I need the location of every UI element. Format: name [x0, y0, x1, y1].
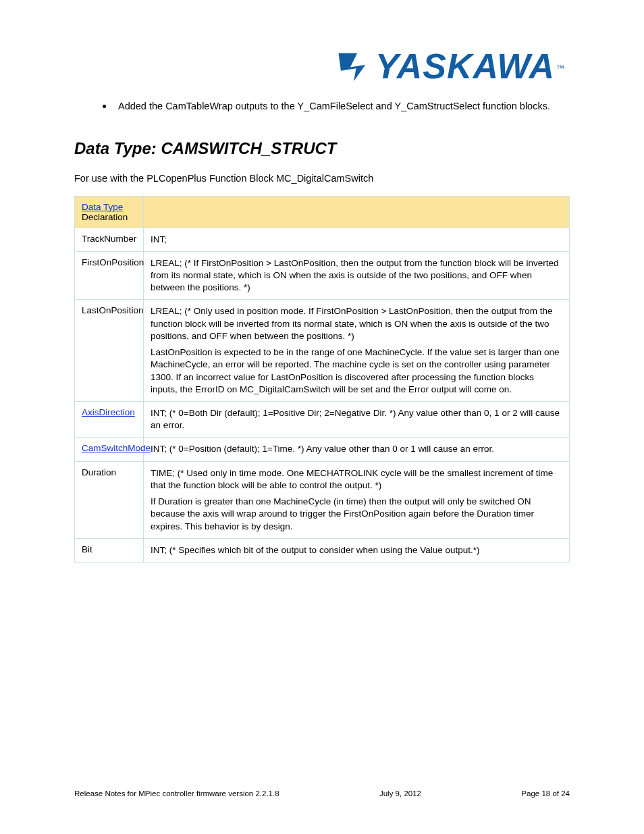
intro-line: For use with the PLCopenPlus Function Bl…	[74, 173, 570, 184]
param-desc-cell: LREAL; (* Only used in position mode. If…	[144, 300, 570, 402]
param-desc-paragraph: INT;	[151, 234, 562, 246]
param-name-text: Bit	[82, 544, 92, 554]
param-desc-cell: INT;	[144, 228, 570, 251]
param-desc-paragraph: INT; (* Specifies which bit of the outpu…	[151, 544, 562, 556]
header-suffix: Declaration	[82, 212, 128, 222]
bullet-icon	[103, 105, 106, 108]
param-desc-paragraph: INT; (* 0=Position (default); 1=Time. *)…	[151, 443, 562, 455]
param-name-cell: LastOnPosition	[75, 300, 144, 402]
header-col-1: Data Type Declaration	[75, 196, 144, 228]
param-name-cell: TrackNumber	[75, 228, 144, 251]
param-name-link[interactable]: AxisDirection	[82, 407, 135, 417]
header-col-2	[144, 196, 570, 228]
brand-logo: YASKAWA ™	[336, 46, 564, 86]
header-link[interactable]: Data Type	[82, 202, 123, 212]
section-heading: Data Type: CAMSWITCH_STRUCT	[74, 139, 570, 158]
table-row: DurationTIME; (* Used only in time mode.…	[75, 461, 570, 538]
param-name-text: LastOnPosition	[82, 305, 144, 315]
param-desc-paragraph: INT; (* 0=Both Dir (default); 1=Positive…	[151, 407, 562, 432]
page-footer: Release Notes for MPiec controller firmw…	[74, 789, 570, 798]
param-desc-cell: TIME; (* Used only in time mode. One MEC…	[144, 461, 570, 538]
param-desc-cell: INT; (* Specifies which bit of the outpu…	[144, 538, 570, 562]
param-desc-cell: INT; (* 0=Both Dir (default); 1=Positive…	[144, 401, 570, 437]
param-name-text: TrackNumber	[82, 234, 136, 244]
table-row: FirstOnPositionLREAL; (* If FirstOnPosit…	[75, 251, 570, 300]
changelog-bullet-item: Added the CamTableWrap outputs to the Y_…	[103, 100, 570, 113]
page: YASKAWA ™ Added the CamTableWrap outputs…	[0, 0, 644, 834]
param-name-cell: CamSwitchMode	[75, 438, 144, 461]
footer-right: Page 18 of 24	[521, 789, 570, 798]
param-name-text: FirstOnPosition	[82, 257, 144, 267]
param-desc-paragraph: LREAL; (* If FirstOnPosition > LastOnPos…	[151, 257, 562, 294]
bullet-text: Added the CamTableWrap outputs to the Y_…	[118, 100, 550, 113]
param-desc-cell: LREAL; (* If FirstOnPosition > LastOnPos…	[144, 251, 570, 300]
table-row: LastOnPositionLREAL; (* Only used in pos…	[75, 300, 570, 402]
table-row: BitINT; (* Specifies which bit of the ou…	[75, 538, 570, 562]
trademark-symbol: ™	[556, 63, 564, 73]
param-name-cell: Duration	[75, 461, 144, 538]
table-row: CamSwitchModeINT; (* 0=Position (default…	[75, 438, 570, 461]
table-row: AxisDirection INT; (* 0=Both Dir (defaul…	[75, 401, 570, 437]
footer-left: Release Notes for MPiec controller firmw…	[74, 789, 279, 798]
param-desc-paragraph: TIME; (* Used only in time mode. One MEC…	[151, 467, 562, 492]
param-desc-paragraph: If Duration is greater than one MachineC…	[151, 496, 562, 533]
param-desc-paragraph: LastOnPosition is expected to be in the …	[151, 346, 562, 396]
brand-wordmark: YASKAWA	[375, 46, 555, 86]
param-name-cell: FirstOnPosition	[75, 251, 144, 300]
param-name-link[interactable]: CamSwitchMode	[82, 443, 151, 453]
parameter-table: Data Type Declaration TrackNumberINT;Fir…	[74, 196, 570, 563]
param-desc-cell: INT; (* 0=Position (default); 1=Time. *)…	[144, 438, 570, 461]
param-desc-paragraph: LREAL; (* Only used in position mode. If…	[151, 305, 562, 342]
yaskawa-mark-icon	[336, 47, 371, 85]
table-header-row: Data Type Declaration	[75, 196, 570, 228]
table-row: TrackNumberINT;	[75, 228, 570, 251]
param-name-cell: Bit	[75, 538, 144, 562]
param-name-text: Duration	[82, 467, 116, 477]
footer-center: July 9, 2012	[379, 789, 421, 798]
param-name-cell: AxisDirection	[75, 401, 144, 437]
